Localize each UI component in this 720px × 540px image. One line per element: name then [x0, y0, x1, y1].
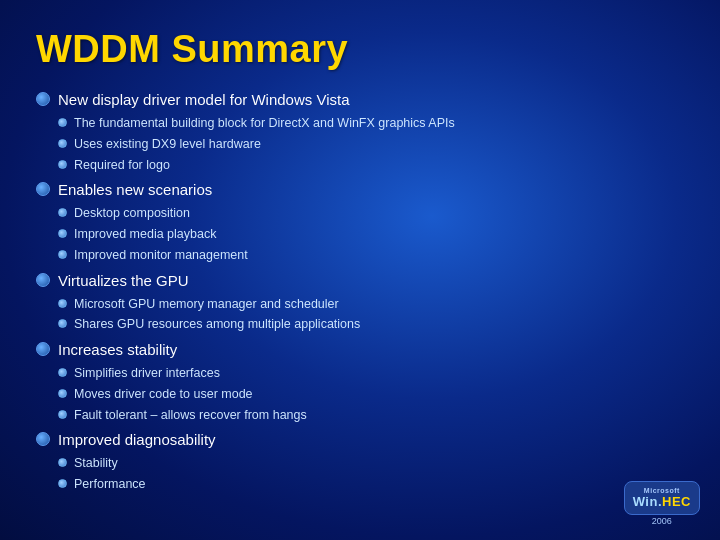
section-0-item-0-text: The fundamental building block for Direc…	[74, 114, 455, 133]
section-1-item-2-text: Improved monitor management	[74, 246, 248, 265]
section-0-item-1-text: Uses existing DX9 level hardware	[74, 135, 261, 154]
section-2-subitems: Microsoft GPU memory manager and schedul…	[58, 294, 684, 336]
section-1-item-0: Desktop composition	[58, 203, 684, 224]
section-0-item-2-text: Required for logo	[74, 156, 170, 175]
section-4-item-0-text: Stability	[74, 454, 118, 473]
section-2: Virtualizes the GPU	[36, 270, 684, 291]
section-4-bullet	[36, 432, 50, 446]
section-2-bullet	[36, 273, 50, 287]
section-3-label: Increases stability	[58, 339, 177, 360]
section-3-bullet	[36, 342, 50, 356]
section-0: New display driver model for Windows Vis…	[36, 89, 684, 110]
section-0-item-1-bullet	[58, 139, 67, 148]
section-3: Increases stability	[36, 339, 684, 360]
section-4-item-1-bullet	[58, 479, 67, 488]
section-4-item-0-bullet	[58, 458, 67, 467]
section-4: Improved diagnosability	[36, 429, 684, 450]
section-0-item-0-bullet	[58, 118, 67, 127]
section-1-item-0-text: Desktop composition	[74, 204, 190, 223]
section-0-item-1: Uses existing DX9 level hardware	[58, 134, 684, 155]
section-3-item-2: Fault tolerant – allows recover from han…	[58, 405, 684, 426]
section-3-item-0: Simplifies driver interfaces	[58, 363, 684, 384]
section-4-item-1-text: Performance	[74, 475, 146, 494]
section-3-subitems: Simplifies driver interfacesMoves driver…	[58, 363, 684, 425]
section-1-item-1-text: Improved media playback	[74, 225, 216, 244]
section-1-item-2-bullet	[58, 250, 67, 259]
section-0-label: New display driver model for Windows Vis…	[58, 89, 350, 110]
section-4-label: Improved diagnosability	[58, 429, 216, 450]
section-3-item-2-text: Fault tolerant – allows recover from han…	[74, 406, 307, 425]
section-2-item-0: Microsoft GPU memory manager and schedul…	[58, 294, 684, 315]
section-4-item-1: Performance	[58, 474, 684, 495]
slide: WDDM Summary New display driver model fo…	[0, 0, 720, 540]
section-0-item-2: Required for logo	[58, 155, 684, 176]
section-2-item-1-text: Shares GPU resources among multiple appl…	[74, 315, 360, 334]
section-1-item-1: Improved media playback	[58, 224, 684, 245]
section-0-bullet	[36, 92, 50, 106]
section-2-item-1-bullet	[58, 319, 67, 328]
section-1-item-0-bullet	[58, 208, 67, 217]
content-area: New display driver model for Windows Vis…	[36, 89, 684, 520]
section-2-item-0-text: Microsoft GPU memory manager and schedul…	[74, 295, 339, 314]
section-1-item-2: Improved monitor management	[58, 245, 684, 266]
section-2-item-0-bullet	[58, 299, 67, 308]
section-3-item-0-bullet	[58, 368, 67, 377]
section-3-item-1-bullet	[58, 389, 67, 398]
section-3-item-2-bullet	[58, 410, 67, 419]
section-0-subitems: The fundamental building block for Direc…	[58, 113, 684, 175]
section-4-item-0: Stability	[58, 453, 684, 474]
section-1: Enables new scenarios	[36, 179, 684, 200]
section-4-subitems: StabilityPerformance	[58, 453, 684, 495]
section-3-item-1-text: Moves driver code to user mode	[74, 385, 253, 404]
section-2-item-1: Shares GPU resources among multiple appl…	[58, 314, 684, 335]
section-2-label: Virtualizes the GPU	[58, 270, 189, 291]
section-3-item-0-text: Simplifies driver interfaces	[74, 364, 220, 383]
section-1-bullet	[36, 182, 50, 196]
slide-title: WDDM Summary	[36, 28, 684, 71]
section-1-item-1-bullet	[58, 229, 67, 238]
section-0-item-2-bullet	[58, 160, 67, 169]
section-1-subitems: Desktop compositionImproved media playba…	[58, 203, 684, 265]
section-1-label: Enables new scenarios	[58, 179, 212, 200]
section-3-item-1: Moves driver code to user mode	[58, 384, 684, 405]
section-0-item-0: The fundamental building block for Direc…	[58, 113, 684, 134]
